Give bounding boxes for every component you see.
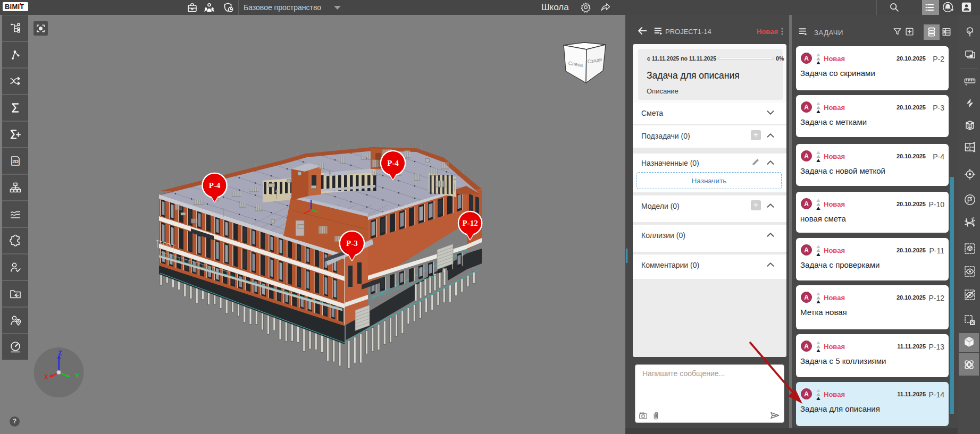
svg-text:X: X [44, 373, 48, 381]
svg-text:2: 2 [973, 217, 975, 220]
svg-text:Z: Z [58, 350, 62, 357]
svg-text:P-4: P-4 [387, 159, 399, 167]
svg-text:Y: Y [75, 372, 79, 380]
svg-text:P-3: P-3 [346, 239, 358, 248]
svg-text:P-4: P-4 [209, 181, 221, 190]
svg-text:1: 1 [966, 218, 968, 221]
svg-text:P-12: P-12 [463, 219, 478, 227]
